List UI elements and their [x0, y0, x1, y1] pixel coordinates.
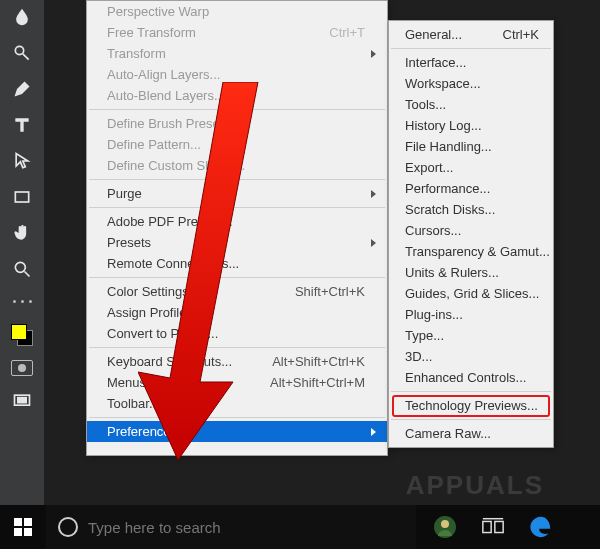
menu-item[interactable]: Purge: [87, 183, 387, 204]
submenu-item[interactable]: History Log...: [389, 115, 553, 136]
menu-separator: [89, 347, 385, 348]
menu-item: Auto-Blend Layers...: [87, 85, 387, 106]
submenu-item[interactable]: General...Ctrl+K: [389, 24, 553, 45]
taskbar-search[interactable]: [46, 505, 416, 549]
menu-item: Perspective Warp: [87, 1, 387, 22]
menu-item-label: Perspective Warp: [107, 4, 209, 19]
submenu-item-label: History Log...: [405, 118, 482, 133]
submenu-item-label: 3D...: [405, 349, 432, 364]
menu-item[interactable]: Keyboard Shortcuts...Alt+Shift+Ctrl+K: [87, 351, 387, 372]
task-view-icon[interactable]: [480, 514, 506, 540]
menu-separator: [89, 207, 385, 208]
taskbar-app-icon[interactable]: [432, 514, 458, 540]
submenu-item-label: Guides, Grid & Slices...: [405, 286, 539, 301]
menu-item-label: Convert to Profile...: [107, 326, 218, 341]
pen-tool-icon[interactable]: [11, 78, 33, 100]
menu-item-label: Define Custom Shape...: [107, 158, 245, 173]
menu-item[interactable]: Adobe PDF Presets...: [87, 211, 387, 232]
submenu-item[interactable]: Export...: [389, 157, 553, 178]
menu-item-label: Define Brush Preset...: [107, 116, 234, 131]
quick-mask-icon[interactable]: [11, 360, 33, 376]
menu-separator: [89, 179, 385, 180]
submenu-item-shortcut: Ctrl+K: [503, 27, 539, 42]
submenu-item[interactable]: Cursors...: [389, 220, 553, 241]
screen-mode-icon[interactable]: [11, 390, 33, 412]
menu-item[interactable]: Remote Connections...: [87, 253, 387, 274]
hand-tool-icon[interactable]: [11, 222, 33, 244]
menu-item[interactable]: Assign Profile...: [87, 302, 387, 323]
path-selection-tool-icon[interactable]: [11, 150, 33, 172]
menu-item[interactable]: Menus...Alt+Shift+Ctrl+M: [87, 372, 387, 393]
menu-item-label: Assign Profile...: [107, 305, 197, 320]
menu-item: Free TransformCtrl+T: [87, 22, 387, 43]
submenu-item[interactable]: Scratch Disks...: [389, 199, 553, 220]
svg-rect-6: [24, 518, 32, 526]
menu-separator: [391, 48, 551, 49]
submenu-item-label: Plug-ins...: [405, 307, 463, 322]
menu-item[interactable]: Convert to Profile...: [87, 323, 387, 344]
menu-item-label: Transform: [107, 46, 166, 61]
windows-taskbar: [0, 505, 600, 549]
submenu-item[interactable]: File Handling...: [389, 136, 553, 157]
dodge-tool-icon[interactable]: [11, 42, 33, 64]
submenu-item-label: Tools...: [405, 97, 446, 112]
type-tool-icon[interactable]: [11, 114, 33, 136]
submenu-item[interactable]: Transparency & Gamut...: [389, 241, 553, 262]
menu-item-label: Adobe PDF Presets...: [107, 214, 233, 229]
svg-rect-5: [14, 518, 22, 526]
submenu-item[interactable]: Camera Raw...: [389, 423, 553, 444]
submenu-item[interactable]: Enhanced Controls...: [389, 367, 553, 388]
submenu-item[interactable]: Interface...: [389, 52, 553, 73]
rectangle-tool-icon[interactable]: [11, 186, 33, 208]
tool-overflow-icon[interactable]: [11, 294, 33, 308]
menu-item-shortcut: Ctrl+T: [329, 25, 365, 40]
edge-browser-icon[interactable]: [528, 514, 554, 540]
menu-item-label: Color Settings...: [107, 284, 200, 299]
menu-item-shortcut: Shift+Ctrl+K: [295, 284, 365, 299]
menu-item-label: Auto-Align Layers...: [107, 67, 220, 82]
submenu-item-label: Scratch Disks...: [405, 202, 495, 217]
watermark: APPUALS: [406, 470, 544, 501]
submenu-item[interactable]: Plug-ins...: [389, 304, 553, 325]
color-swatch[interactable]: [11, 324, 33, 346]
tool-palette: [0, 0, 44, 505]
submenu-item[interactable]: Performance...: [389, 178, 553, 199]
menu-separator: [391, 391, 551, 392]
menu-item-label: Preferences: [107, 424, 177, 439]
submenu-item-label: General...: [405, 27, 462, 42]
menu-item[interactable]: Toolbar...: [87, 393, 387, 414]
menu-item[interactable]: Presets: [87, 232, 387, 253]
menu-item: Define Brush Preset...: [87, 113, 387, 134]
submenu-item-label: Workspace...: [405, 76, 481, 91]
submenu-item-label: Transparency & Gamut...: [405, 244, 550, 259]
cortana-icon: [58, 517, 78, 537]
submenu-item[interactable]: Tools...: [389, 94, 553, 115]
svg-rect-12: [495, 521, 503, 532]
menu-item: Define Pattern...: [87, 134, 387, 155]
menu-item[interactable]: Preferences: [87, 421, 387, 442]
submenu-item-label: Enhanced Controls...: [405, 370, 526, 385]
search-input[interactable]: [88, 519, 388, 536]
svg-rect-8: [24, 528, 32, 536]
submenu-item-label: Type...: [405, 328, 444, 343]
submenu-item[interactable]: Workspace...: [389, 73, 553, 94]
blur-tool-icon[interactable]: [11, 6, 33, 28]
menu-item-shortcut: Alt+Shift+Ctrl+M: [270, 375, 365, 390]
submenu-item[interactable]: 3D...: [389, 346, 553, 367]
submenu-item[interactable]: Units & Rulers...: [389, 262, 553, 283]
menu-item[interactable]: Color Settings...Shift+Ctrl+K: [87, 281, 387, 302]
start-button[interactable]: [0, 505, 46, 549]
submenu-item[interactable]: Technology Previews...: [389, 395, 553, 416]
menu-separator: [89, 109, 385, 110]
submenu-item[interactable]: Guides, Grid & Slices...: [389, 283, 553, 304]
menu-item: Transform: [87, 43, 387, 64]
menu-item-label: Define Pattern...: [107, 137, 201, 152]
svg-rect-7: [14, 528, 22, 536]
svg-rect-4: [18, 398, 26, 403]
menu-separator: [89, 417, 385, 418]
zoom-tool-icon[interactable]: [11, 258, 33, 280]
svg-point-2: [15, 262, 25, 272]
menu-item-label: Keyboard Shortcuts...: [107, 354, 232, 369]
submenu-item[interactable]: Type...: [389, 325, 553, 346]
svg-rect-1: [15, 192, 28, 202]
